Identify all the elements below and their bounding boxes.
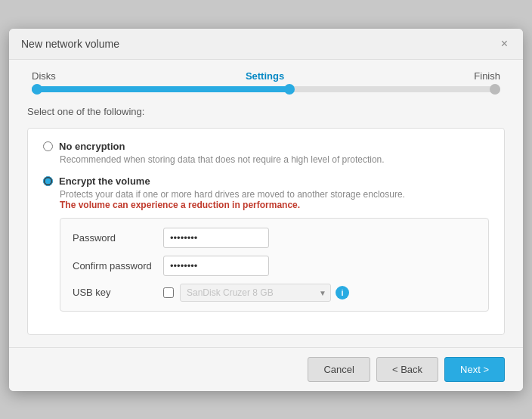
encrypt-radio[interactable] — [43, 176, 53, 186]
dialog: New network volume × Disks Settings Fini… — [9, 29, 523, 391]
cancel-button[interactable]: Cancel — [308, 357, 370, 382]
footer: Cancel < Back Next > — [9, 347, 523, 391]
steps-labels: Disks Settings Finish — [32, 70, 500, 82]
dot-middle — [284, 84, 295, 95]
usb-label: USB key — [73, 287, 163, 298]
confirm-row: Confirm password — [73, 256, 476, 276]
no-encryption-desc: Recommended when storing data that does … — [60, 154, 489, 165]
confirm-input[interactable] — [163, 256, 269, 276]
encrypt-option: Encrypt the volume Protects your data if… — [43, 175, 489, 312]
usb-checkbox[interactable] — [163, 287, 174, 298]
progress-area: Disks Settings Finish — [9, 60, 523, 103]
usb-controls: SanDisk Cruzer 8 GB ▼ i — [163, 284, 349, 302]
encrypt-label[interactable]: Encrypt the volume — [59, 175, 150, 187]
dot-end — [490, 84, 500, 95]
password-row: Password — [73, 228, 476, 248]
no-encryption-option: No encryption Recommended when storing d… — [43, 141, 489, 165]
encrypt-form: Password Confirm password USB key — [60, 218, 489, 312]
encrypt-warning: The volume can experience a reduction in… — [60, 200, 489, 210]
password-input[interactable] — [163, 228, 269, 248]
usb-row: USB key SanDisk Cruzer 8 GB ▼ i — [73, 284, 476, 302]
select-label: Select one of the following: — [27, 103, 505, 117]
main-content: Select one of the following: No encrypti… — [9, 103, 523, 347]
progress-track — [32, 86, 500, 92]
confirm-label: Confirm password — [73, 260, 163, 272]
encrypt-row: Encrypt the volume — [43, 175, 489, 187]
step-finish: Finish — [474, 70, 500, 82]
step-disks: Disks — [32, 70, 56, 82]
next-button[interactable]: Next > — [444, 357, 505, 382]
no-encryption-label[interactable]: No encryption — [59, 141, 125, 152]
password-label: Password — [73, 232, 163, 244]
close-button[interactable]: × — [498, 36, 511, 51]
back-button[interactable]: < Back — [376, 357, 438, 382]
info-icon[interactable]: i — [336, 286, 349, 300]
dot-start — [32, 84, 42, 95]
usb-select-wrapper: SanDisk Cruzer 8 GB ▼ — [180, 284, 331, 302]
step-settings: Settings — [246, 70, 284, 82]
title-bar: New network volume × — [9, 29, 523, 60]
progress-fill — [32, 86, 289, 92]
dialog-title: New network volume — [21, 38, 119, 50]
encrypt-desc: Protects your data if one or more hard d… — [60, 189, 489, 200]
options-box: No encryption Recommended when storing d… — [27, 128, 505, 335]
no-encryption-row: No encryption — [43, 141, 489, 152]
no-encryption-radio[interactable] — [43, 141, 53, 151]
usb-select[interactable]: SanDisk Cruzer 8 GB — [180, 284, 331, 302]
